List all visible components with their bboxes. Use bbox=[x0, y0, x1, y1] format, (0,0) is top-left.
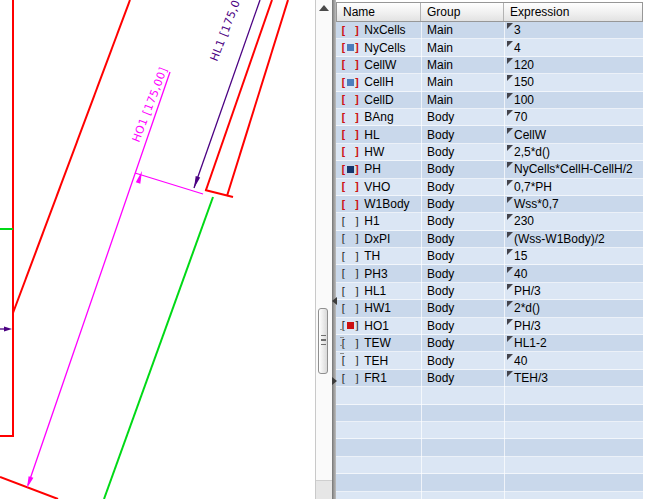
formula-marker-icon bbox=[507, 41, 513, 47]
table-row[interactable]: [] HL Body CellW bbox=[336, 126, 643, 143]
variable-name-cell: [] TEW bbox=[336, 336, 421, 350]
variable-bracket-icon: [] bbox=[340, 146, 360, 157]
empty-table-row[interactable] bbox=[336, 422, 643, 439]
splitter-drag-handle[interactable] bbox=[318, 308, 328, 374]
variable-expression-cell: 2*d() bbox=[504, 301, 643, 315]
variable-name: HL1 bbox=[364, 284, 386, 298]
table-row[interactable]: [] HL1 Body PH/3 bbox=[336, 283, 643, 300]
variable-state-square-icon bbox=[347, 322, 354, 329]
variable-expression-cell: PH/3 bbox=[504, 319, 643, 333]
variable-expression: HL1-2 bbox=[514, 336, 547, 350]
table-row[interactable]: [] HW Body 2,5*d() bbox=[336, 144, 643, 161]
table-row[interactable]: [] H1 Body 230 bbox=[336, 213, 643, 230]
variable-expression-cell: Wss*0,7 bbox=[504, 197, 643, 211]
variable-name-cell: [] HL bbox=[336, 128, 421, 142]
variable-group: Body bbox=[421, 145, 504, 159]
variable-bracket-icon: [] bbox=[340, 129, 360, 140]
splitter-collapse-left-icon[interactable] bbox=[332, 297, 337, 305]
variable-state-square-icon bbox=[347, 218, 354, 225]
formula-marker-icon bbox=[507, 180, 513, 186]
empty-table-row[interactable] bbox=[336, 405, 643, 422]
variable-expression: 120 bbox=[514, 58, 534, 72]
variable-state-square-icon bbox=[347, 131, 354, 138]
arrowhead-icon bbox=[27, 476, 33, 488]
column-header-name[interactable]: Name bbox=[337, 3, 421, 21]
splitter-collapse-right-icon[interactable] bbox=[332, 377, 337, 385]
splitter-collapse-up-icon[interactable] bbox=[319, 5, 329, 11]
table-row[interactable]: [] TEH Body 40 bbox=[336, 352, 643, 369]
table-row[interactable]: [] CellH Main 150 bbox=[336, 74, 643, 91]
variable-name-cell: [] HL1 bbox=[336, 284, 421, 298]
table-row[interactable]: [] PH Body NyCells*CellH-CellH/2 bbox=[336, 161, 643, 178]
variable-group: Main bbox=[421, 23, 504, 37]
variable-state-square-icon bbox=[347, 340, 354, 347]
table-row[interactable]: [] TH Body 15 bbox=[336, 248, 643, 265]
dimension-ho1-lines[interactable] bbox=[28, 72, 203, 485]
table-row[interactable]: [] FR1 Body TEH/3 bbox=[336, 370, 643, 387]
table-row[interactable]: [] DxPI Body (Wss-W1Body)/2 bbox=[336, 231, 643, 248]
variable-group: Body bbox=[421, 354, 504, 368]
variable-expression: PH/3 bbox=[514, 319, 541, 333]
variable-bracket-icon: [] bbox=[340, 59, 360, 70]
table-row[interactable]: [] TEW Body HL1-2 bbox=[336, 335, 643, 352]
formula-marker-icon bbox=[507, 145, 513, 151]
variable-name-cell: [] FR1 bbox=[336, 371, 421, 385]
panel-splitter[interactable] bbox=[315, 0, 332, 499]
table-row[interactable]: [] NyCells Main 4 bbox=[336, 39, 643, 56]
column-header-expression[interactable]: Expression bbox=[504, 3, 642, 21]
formula-marker-icon bbox=[507, 162, 513, 168]
variable-bracket-icon: [] bbox=[340, 251, 360, 262]
variable-name-cell: [] PH bbox=[336, 162, 421, 176]
table-row[interactable]: [] NxCells Main 3 bbox=[336, 22, 643, 39]
variable-group: Body bbox=[421, 110, 504, 124]
variable-name: CellD bbox=[364, 93, 393, 107]
empty-table-row[interactable] bbox=[336, 439, 643, 456]
dimension-ho1-line bbox=[28, 72, 170, 485]
variable-group: Main bbox=[421, 58, 504, 72]
variable-state-square-icon bbox=[347, 305, 354, 312]
table-row[interactable]: [] HW1 Body 2*d() bbox=[336, 300, 643, 317]
variable-group: Body bbox=[421, 301, 504, 315]
variable-name: TEH bbox=[364, 354, 388, 368]
variable-group: Main bbox=[421, 41, 504, 55]
variable-state-square-icon bbox=[347, 96, 354, 103]
empty-table-row[interactable] bbox=[336, 457, 643, 474]
variable-expression-cell: PH/3 bbox=[504, 284, 643, 298]
table-row[interactable]: [] HO1 Body PH/3 bbox=[336, 318, 643, 335]
variable-expression: 2,5*d() bbox=[514, 145, 550, 159]
table-row[interactable]: [] VHO Body 0,7*PH bbox=[336, 179, 643, 196]
variable-name: H1 bbox=[364, 214, 379, 228]
variable-group: Body bbox=[421, 232, 504, 246]
variable-state-square-icon bbox=[347, 375, 354, 382]
empty-table-row[interactable] bbox=[336, 492, 643, 499]
table-row[interactable]: [] CellD Main 100 bbox=[336, 92, 643, 109]
variable-bracket-icon: [] bbox=[340, 77, 360, 88]
formula-marker-icon bbox=[507, 214, 513, 220]
table-row[interactable]: [] CellW Main 120 bbox=[336, 57, 643, 74]
variable-name: HW1 bbox=[364, 301, 391, 315]
green-geometry-lines[interactable] bbox=[0, 197, 213, 499]
formula-marker-icon bbox=[507, 58, 513, 64]
empty-table-row[interactable] bbox=[336, 474, 643, 491]
formula-marker-icon bbox=[507, 319, 513, 325]
table-row[interactable]: [] BAng Body 70 bbox=[336, 109, 643, 126]
table-row[interactable]: [] W1Body Body Wss*0,7 bbox=[336, 196, 643, 213]
drawing-viewport[interactable]: HO1 [175,00] HL1 [175,00] bbox=[0, 0, 315, 499]
variable-expression-cell: 70 bbox=[504, 110, 643, 124]
column-header-group[interactable]: Group bbox=[421, 3, 504, 21]
variable-name-cell: [] HW1 bbox=[336, 301, 421, 315]
formula-marker-icon bbox=[507, 128, 513, 134]
empty-table-row[interactable] bbox=[336, 387, 643, 404]
variable-group: Body bbox=[421, 214, 504, 228]
dimension-ho1-leader bbox=[135, 173, 203, 194]
formula-marker-icon bbox=[507, 301, 513, 307]
dimension-hl1-arrowheads bbox=[4, 176, 200, 332]
variable-expression: 40 bbox=[514, 354, 527, 368]
variable-name: HW bbox=[364, 145, 384, 159]
variable-name-cell: [] PH3 bbox=[336, 267, 421, 281]
variable-expression-cell: 3 bbox=[504, 23, 643, 37]
red-geometry-lines[interactable] bbox=[0, 0, 288, 499]
variable-expression: NyCells*CellH-CellH/2 bbox=[514, 162, 633, 176]
table-row[interactable]: [] PH3 Body 40 bbox=[336, 265, 643, 282]
variable-name-cell: [] W1Body bbox=[336, 197, 421, 211]
